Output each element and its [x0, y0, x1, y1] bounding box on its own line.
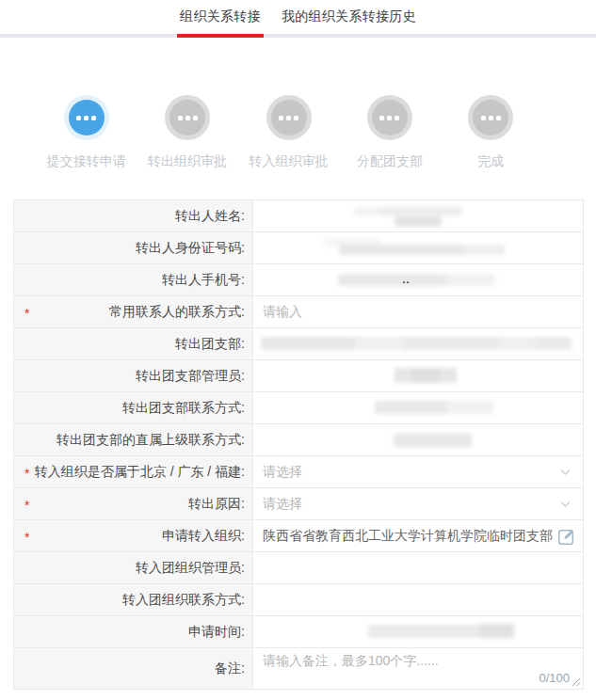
step-1-ellipsis-icon	[69, 100, 105, 135]
redaction-smudge	[446, 274, 495, 286]
char-counter: 0/100	[539, 671, 570, 685]
transfer-out-name-value	[253, 200, 583, 231]
transfer-out-name-label-cell: 转出人姓名:	[14, 200, 253, 231]
edit-pencil-icon	[557, 534, 576, 549]
transfer-out-id-number-label: 转出人身份证号码:	[136, 240, 245, 257]
step-2: 转出组织审批	[137, 100, 237, 170]
required-asterisk: *	[24, 305, 29, 320]
target-region-label-cell: *转入组织是否属于北京 / 广东 / 福建:	[14, 456, 253, 487]
target-region-select[interactable]: 请选择	[253, 456, 583, 487]
remark-placeholder: 请输入备注，最多100个字......	[263, 653, 573, 670]
dot	[193, 116, 198, 120]
form-row-transfer-out-reason: *转出原因:请选择	[14, 488, 583, 520]
chevron-down-icon	[559, 466, 572, 478]
step-3: 转入组织审批	[238, 100, 339, 170]
required-asterisk: *	[24, 465, 29, 480]
redaction-smudge	[261, 337, 355, 350]
transfer-out-id-number-redacted-value	[253, 232, 583, 263]
dot	[379, 116, 384, 120]
target-org-contact-label: 转入团组织联系方式:	[122, 592, 245, 609]
transfer-out-branch-admin-label: 转出团支部管理员:	[136, 368, 245, 385]
redaction-smudge	[368, 625, 479, 638]
frequent-contact-label-cell: *常用联系人的联系方式:	[14, 296, 253, 327]
step-2-label: 转出组织审批	[148, 153, 227, 170]
step-5-ellipsis-icon	[473, 100, 508, 135]
step-2-ellipsis-icon	[169, 100, 205, 135]
transfer-out-branch-redacted-value	[253, 328, 583, 359]
remark-textarea[interactable]: 请输入备注，最多100个字......0/100	[253, 648, 583, 689]
dot	[489, 116, 493, 120]
tab-transfer-history-label: 我的组织关系转接历史	[282, 8, 416, 25]
redaction-smudge	[324, 239, 380, 247]
apply-time-label-cell: 申请时间:	[14, 616, 253, 647]
dot	[286, 116, 291, 120]
transfer-out-branch-value	[253, 328, 583, 359]
transfer-out-branch-contact-redacted-value	[253, 392, 583, 423]
transfer-out-branch-contact-label: 转出团支部联系方式:	[122, 400, 245, 417]
tab-org-transfer[interactable]: 组织关系转接	[177, 0, 264, 34]
dot	[279, 116, 283, 120]
redaction-smudge	[338, 274, 451, 286]
remark-label-cell: 备注:	[14, 648, 253, 689]
form-row-target-org-contact: 转入团组织联系方式:	[14, 584, 583, 616]
transfer-out-id-number-value	[253, 232, 583, 263]
transfer-out-branch-superior-contact-value	[253, 424, 583, 455]
transfer-out-reason-select[interactable]: 请选择	[253, 488, 583, 519]
target-organization-text: 陕西省省教育西北工业大学计算机学院临时团支部	[263, 528, 553, 545]
target-region-label: 转入组织是否属于北京 / 广东 / 福建:	[35, 464, 245, 481]
step-4-label: 分配团支部	[357, 153, 423, 170]
step-3-label: 转入组织审批	[250, 153, 329, 170]
resize-handle[interactable]	[571, 676, 581, 687]
transfer-out-branch-label: 转出团支部:	[175, 336, 245, 353]
transfer-out-branch-superior-contact-label: 转出团支部的直属上级联系方式:	[56, 432, 245, 449]
transfer-out-branch-contact-label-cell: 转出团支部联系方式:	[14, 392, 253, 423]
form-row-transfer-out-branch-admin: 转出团支部管理员:	[14, 360, 583, 392]
redaction-smudge	[479, 624, 514, 638]
target-organization-label: 申请转入组织:	[162, 528, 245, 545]
dot	[76, 116, 81, 120]
transfer-form: 转出人姓名:转出人身份证号码:转出人手机号:..*常用联系人的联系方式:请输入转…	[13, 199, 584, 690]
required-asterisk: *	[24, 497, 29, 512]
transfer-out-name-redacted-value	[253, 200, 583, 231]
step-1-label: 提交接转申请	[47, 153, 126, 170]
form-row-target-region: *转入组织是否属于北京 / 广东 / 福建:请选择	[14, 456, 583, 488]
page: 组织关系转接 我的组织关系转接历史 提交接转申请转出组织审批转入组织审批分配团支…	[0, 0, 596, 690]
target-org-contact-label-cell: 转入团组织联系方式:	[14, 584, 253, 615]
redaction-smudge	[378, 207, 462, 215]
redaction-smudge	[411, 368, 440, 383]
transfer-out-phone-label: 转出人手机号:	[162, 272, 245, 289]
apply-time-redacted-value	[253, 616, 583, 647]
redaction-smudge	[339, 245, 480, 255]
redaction-smudge	[465, 245, 505, 255]
dot	[178, 116, 183, 120]
step-5: 完成	[441, 100, 541, 170]
dot	[185, 116, 190, 120]
target-organization-edit-button[interactable]	[557, 527, 576, 546]
transfer-out-branch-admin-label-cell: 转出团支部管理员:	[14, 360, 253, 391]
frequent-contact-placeholder: 请输入	[263, 304, 302, 321]
transfer-out-name-label: 转出人姓名:	[175, 208, 245, 225]
dot	[481, 116, 486, 120]
form-row-target-organization: *申请转入组织:陕西省省教育西北工业大学计算机学院临时团支部	[14, 520, 583, 552]
target-org-contact-value	[253, 584, 583, 615]
form-row-transfer-out-name: 转出人姓名:	[14, 200, 583, 232]
redaction-smudge	[536, 338, 572, 350]
redaction-smudge	[354, 207, 462, 215]
apply-time-label: 申请时间:	[188, 624, 245, 641]
form-row-apply-time: 申请时间:	[14, 616, 583, 648]
frequent-contact-input[interactable]: 请输入	[253, 296, 583, 327]
target-org-admin-label: 转入团组织管理员:	[136, 560, 245, 577]
transfer-out-branch-label-cell: 转出团支部:	[14, 328, 253, 359]
transfer-out-branch-superior-contact-label-cell: 转出团支部的直属上级联系方式:	[14, 424, 253, 455]
tab-transfer-history[interactable]: 我的组织关系转接历史	[279, 0, 419, 34]
redaction-smudge	[261, 337, 572, 350]
form-row-transfer-out-id-number: 转出人身份证号码:	[14, 232, 583, 264]
form-row-transfer-out-phone: 转出人手机号:..	[14, 264, 583, 296]
remark-label: 备注:	[215, 660, 245, 677]
form-row-target-org-admin: 转入团组织管理员:	[14, 552, 583, 584]
redaction-smudge	[447, 401, 493, 414]
step-3-ellipsis-icon	[271, 100, 307, 135]
redaction-smudge	[395, 216, 442, 227]
dot	[496, 116, 501, 120]
dot	[91, 116, 96, 120]
